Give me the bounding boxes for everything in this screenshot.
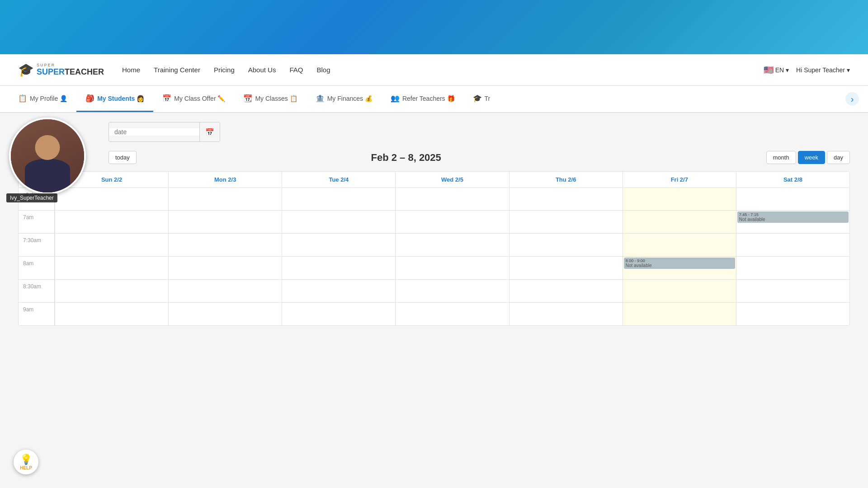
date-input-wrapper: 📅 [108, 122, 220, 142]
all-day-sat [736, 188, 849, 210]
calendar-grid: Sun 2/2 Mon 2/3 Tue 2/4 Wed 2/5 Thu 2/6 … [18, 171, 850, 326]
flag-icon: 🇺🇸 [764, 65, 774, 75]
tab-my-finances[interactable]: 🏦 My Finances 💰 [307, 86, 382, 112]
col-thu: Thu 2/6 [509, 172, 623, 188]
cell-730am-sun [55, 234, 168, 256]
sub-nav-next-arrow[interactable]: › [845, 92, 859, 106]
logo: 🎓 SUPER SUPERTEACHER [18, 62, 104, 77]
logo-top: SUPER [37, 63, 104, 67]
tab-my-classes[interactable]: 📆 My Classes 📋 [234, 86, 306, 112]
controls-row: 📅 [108, 122, 850, 142]
cell-730am-wed [395, 234, 509, 256]
all-day-fri [623, 188, 736, 210]
main-content: ⚙ Ivy_SuperTeacher 📅 today Feb 2 – 8, 20… [0, 113, 868, 384]
view-switcher: month week day [766, 151, 850, 164]
user-greeting[interactable]: Hi Super Teacher ▾ [796, 66, 850, 74]
cell-730am-tue [282, 234, 395, 256]
cell-9am-thu [509, 303, 623, 325]
event-sat-7am[interactable]: 7:45 - 7:15 Not available [737, 211, 849, 223]
cell-730am-thu [509, 234, 623, 256]
event-fri-8am-title: Not available [626, 263, 733, 268]
tab-my-students-label: My Students 👩 [97, 95, 144, 102]
row-7am: 7am 7:45 - 7:15 Not available [19, 211, 849, 234]
nav-links: Home Training Center Pricing About Us FA… [122, 66, 764, 74]
cell-7am-sun [55, 211, 168, 233]
calendar-title: Feb 2 – 8, 2025 [46, 152, 766, 164]
cell-9am-fri [623, 303, 736, 325]
all-day-mon [168, 188, 282, 210]
view-month-button[interactable]: month [766, 151, 796, 164]
tab-refer-teachers-label: Refer Teachers 🎁 [402, 95, 455, 102]
row-830am: 8:30am [19, 280, 849, 303]
cell-730am-sat [736, 234, 849, 256]
cell-830am-sat [736, 280, 849, 302]
time-830am: 8:30am [19, 280, 55, 302]
class-offer-icon: 📅 [162, 94, 171, 103]
tab-my-students[interactable]: 🎒 My Students 👩 [76, 86, 153, 112]
col-wed: Wed 2/5 [395, 172, 509, 188]
tab-tr[interactable]: 🎓 Tr [464, 86, 500, 112]
cell-730am-mon [168, 234, 282, 256]
cell-8am-sat [736, 257, 849, 279]
cell-830am-mon [168, 280, 282, 302]
cell-830am-sun [55, 280, 168, 302]
event-fri-8am[interactable]: 8:00 - 9:00 Not available [624, 258, 735, 269]
cell-9am-wed [395, 303, 509, 325]
col-tue: Tue 2/4 [282, 172, 395, 188]
time-730am: 7:30am [19, 234, 55, 256]
event-fri-8am-time: 8:00 - 9:00 [626, 258, 733, 263]
date-input[interactable] [109, 128, 199, 136]
sub-nav: 📋 My Profile 👤 🎒 My Students 👩 📅 My Clas… [0, 86, 868, 113]
greeting-text: Hi Super Teacher [796, 66, 845, 74]
cell-7am-tue [282, 211, 395, 233]
row-8am: 8am 8:00 - 9:00 Not available [19, 257, 849, 280]
time-8am: 8am [19, 257, 55, 279]
cell-730am-fri [623, 234, 736, 256]
tab-my-class-offer-label: My Class Offer ✏️ [174, 95, 225, 102]
cell-7am-fri [623, 211, 736, 233]
cell-9am-tue [282, 303, 395, 325]
calendar-header: today Feb 2 – 8, 2025 month week day [18, 151, 850, 164]
language-label: EN [775, 66, 784, 74]
nav-home[interactable]: Home [122, 66, 140, 74]
classes-icon: 📆 [243, 94, 252, 103]
cell-7am-sat: 7:45 - 7:15 Not available [736, 211, 849, 233]
cell-9am-sun [55, 303, 168, 325]
cell-830am-fri [623, 280, 736, 302]
event-sat-7am-time: 7:45 - 7:15 [739, 212, 847, 217]
cell-8am-tue [282, 257, 395, 279]
greeting-chevron-icon: ▾ [847, 66, 850, 74]
video-feed [11, 119, 84, 192]
nav-pricing[interactable]: Pricing [214, 66, 235, 74]
view-day-button[interactable]: day [827, 151, 850, 164]
cell-8am-sun [55, 257, 168, 279]
cell-8am-thu [509, 257, 623, 279]
col-fri: Fri 2/7 [623, 172, 736, 188]
cell-9am-sat [736, 303, 849, 325]
language-selector[interactable]: 🇺🇸 EN ▾ [764, 65, 789, 75]
tab-my-profile[interactable]: 📋 My Profile 👤 [9, 86, 76, 112]
view-week-button[interactable]: week [798, 151, 825, 164]
nav-faq[interactable]: FAQ [289, 66, 303, 74]
nav-about-us[interactable]: About Us [248, 66, 276, 74]
video-widget: ⚙ [9, 117, 86, 194]
nav-right: 🇺🇸 EN ▾ Hi Super Teacher ▾ [764, 65, 850, 75]
event-sat-7am-title: Not available [739, 217, 847, 222]
cell-8am-mon [168, 257, 282, 279]
row-9am: 9am [19, 303, 849, 325]
tab-refer-teachers[interactable]: 👥 Refer Teachers 🎁 [382, 86, 464, 112]
nav-training-center[interactable]: Training Center [154, 66, 200, 74]
lang-chevron-icon: ▾ [786, 66, 789, 74]
cell-9am-mon [168, 303, 282, 325]
top-banner [0, 0, 868, 54]
col-sat: Sat 2/8 [736, 172, 849, 188]
cell-7am-wed [395, 211, 509, 233]
tab-my-class-offer[interactable]: 📅 My Class Offer ✏️ [153, 86, 234, 112]
nav-blog[interactable]: Blog [316, 66, 330, 74]
students-icon: 🎒 [85, 94, 94, 103]
tab-my-classes-label: My Classes 📋 [255, 95, 297, 102]
cell-8am-wed [395, 257, 509, 279]
calendar-picker-button[interactable]: 📅 [199, 122, 220, 142]
all-day-row: all-day [19, 188, 849, 211]
cell-7am-mon [168, 211, 282, 233]
